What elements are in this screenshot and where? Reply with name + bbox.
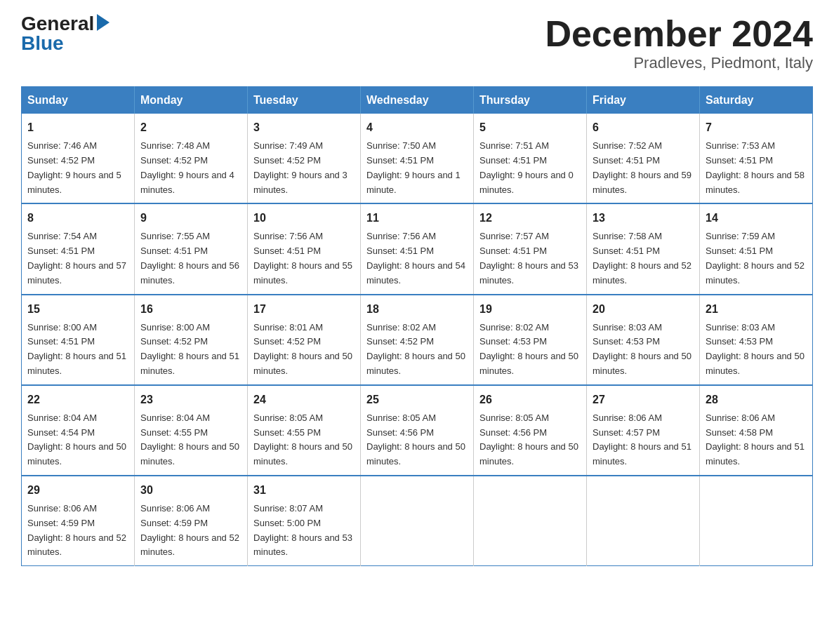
calendar-table: Sunday Monday Tuesday Wednesday Thursday… — [21, 86, 813, 566]
day-info: Sunrise: 8:06 AMSunset: 4:59 PMDaylight:… — [27, 503, 126, 557]
day-info: Sunrise: 7:48 AMSunset: 4:52 PMDaylight:… — [140, 140, 234, 194]
day-number: 6 — [593, 119, 694, 136]
calendar-cell: 24 Sunrise: 8:05 AMSunset: 4:55 PMDaylig… — [248, 385, 361, 476]
logo-arrow-icon — [97, 14, 110, 31]
calendar-cell: 14 Sunrise: 7:59 AMSunset: 4:51 PMDaylig… — [700, 203, 813, 294]
calendar-cell: 13 Sunrise: 7:58 AMSunset: 4:51 PMDaylig… — [587, 203, 700, 294]
day-number: 24 — [253, 391, 355, 408]
calendar-header: Sunday Monday Tuesday Wednesday Thursday… — [22, 87, 813, 114]
day-info: Sunrise: 7:52 AMSunset: 4:51 PMDaylight:… — [593, 140, 691, 194]
logo: General Blue — [21, 14, 110, 53]
calendar-cell: 19 Sunrise: 8:02 AMSunset: 4:53 PMDaylig… — [474, 295, 587, 385]
calendar-cell: 16 Sunrise: 8:00 AMSunset: 4:52 PMDaylig… — [135, 295, 248, 385]
header-tuesday: Tuesday — [248, 87, 361, 114]
day-number: 26 — [479, 391, 581, 408]
day-info: Sunrise: 8:01 AMSunset: 4:52 PMDaylight:… — [253, 322, 352, 376]
header-friday: Friday — [587, 87, 700, 114]
calendar-cell: 7 Sunrise: 7:53 AMSunset: 4:51 PMDayligh… — [700, 114, 813, 203]
day-info: Sunrise: 8:05 AMSunset: 4:56 PMDaylight:… — [366, 412, 465, 467]
day-number: 30 — [140, 482, 241, 499]
day-info: Sunrise: 8:07 AMSunset: 5:00 PMDaylight:… — [253, 503, 352, 557]
calendar-week-row: 8 Sunrise: 7:54 AMSunset: 4:51 PMDayligh… — [22, 203, 813, 294]
calendar-cell: 2 Sunrise: 7:48 AMSunset: 4:52 PMDayligh… — [135, 114, 248, 203]
day-number: 13 — [593, 210, 694, 227]
page-title: December 2024 — [545, 14, 813, 54]
day-number: 11 — [366, 210, 468, 227]
header-wednesday: Wednesday — [361, 87, 474, 114]
day-number: 17 — [253, 301, 355, 318]
calendar-week-row: 15 Sunrise: 8:00 AMSunset: 4:51 PMDaylig… — [22, 295, 813, 385]
calendar-cell: 9 Sunrise: 7:55 AMSunset: 4:51 PMDayligh… — [135, 203, 248, 294]
day-number: 15 — [27, 301, 128, 318]
calendar-cell — [474, 476, 587, 566]
calendar-body: 1 Sunrise: 7:46 AMSunset: 4:52 PMDayligh… — [22, 114, 813, 565]
calendar-cell: 29 Sunrise: 8:06 AMSunset: 4:59 PMDaylig… — [22, 476, 135, 566]
day-number: 2 — [140, 119, 241, 136]
calendar-cell: 21 Sunrise: 8:03 AMSunset: 4:53 PMDaylig… — [700, 295, 813, 385]
day-number: 22 — [27, 391, 128, 408]
day-info: Sunrise: 7:57 AMSunset: 4:51 PMDaylight:… — [479, 231, 578, 285]
day-info: Sunrise: 8:06 AMSunset: 4:58 PMDaylight:… — [706, 412, 805, 467]
day-info: Sunrise: 7:58 AMSunset: 4:51 PMDaylight:… — [593, 231, 691, 285]
day-info: Sunrise: 7:59 AMSunset: 4:51 PMDaylight:… — [706, 231, 805, 285]
calendar-cell — [361, 476, 474, 566]
logo-general-text: General — [21, 14, 94, 34]
page-subtitle: Pradleves, Piedmont, Italy — [545, 54, 813, 72]
calendar-cell: 17 Sunrise: 8:01 AMSunset: 4:52 PMDaylig… — [248, 295, 361, 385]
calendar-cell: 10 Sunrise: 7:56 AMSunset: 4:51 PMDaylig… — [248, 203, 361, 294]
calendar-cell — [587, 476, 700, 566]
calendar-cell: 3 Sunrise: 7:49 AMSunset: 4:52 PMDayligh… — [248, 114, 361, 203]
calendar-cell: 18 Sunrise: 8:02 AMSunset: 4:52 PMDaylig… — [361, 295, 474, 385]
day-number: 28 — [706, 391, 807, 408]
calendar-cell: 4 Sunrise: 7:50 AMSunset: 4:51 PMDayligh… — [361, 114, 474, 203]
calendar-cell: 20 Sunrise: 8:03 AMSunset: 4:53 PMDaylig… — [587, 295, 700, 385]
header-saturday: Saturday — [700, 87, 813, 114]
calendar-cell: 1 Sunrise: 7:46 AMSunset: 4:52 PMDayligh… — [22, 114, 135, 203]
day-number: 29 — [27, 482, 128, 499]
day-number: 23 — [140, 391, 241, 408]
day-number: 10 — [253, 210, 355, 227]
header-thursday: Thursday — [474, 87, 587, 114]
header-monday: Monday — [135, 87, 248, 114]
day-info: Sunrise: 7:56 AMSunset: 4:51 PMDaylight:… — [366, 231, 465, 285]
calendar-cell: 23 Sunrise: 8:04 AMSunset: 4:55 PMDaylig… — [135, 385, 248, 476]
calendar-cell — [700, 476, 813, 566]
calendar-cell: 15 Sunrise: 8:00 AMSunset: 4:51 PMDaylig… — [22, 295, 135, 385]
page-header: General Blue December 2024 Pradleves, Pi… — [21, 14, 813, 72]
day-info: Sunrise: 8:02 AMSunset: 4:52 PMDaylight:… — [366, 322, 465, 376]
day-info: Sunrise: 8:02 AMSunset: 4:53 PMDaylight:… — [479, 322, 578, 376]
day-number: 1 — [27, 119, 128, 136]
day-info: Sunrise: 7:50 AMSunset: 4:51 PMDaylight:… — [366, 140, 461, 194]
calendar-week-row: 22 Sunrise: 8:04 AMSunset: 4:54 PMDaylig… — [22, 385, 813, 476]
day-number: 8 — [27, 210, 128, 227]
day-number: 12 — [479, 210, 581, 227]
day-number: 14 — [706, 210, 807, 227]
calendar-cell: 28 Sunrise: 8:06 AMSunset: 4:58 PMDaylig… — [700, 385, 813, 476]
days-of-week-row: Sunday Monday Tuesday Wednesday Thursday… — [22, 87, 813, 114]
calendar-week-row: 29 Sunrise: 8:06 AMSunset: 4:59 PMDaylig… — [22, 476, 813, 566]
calendar-cell: 22 Sunrise: 8:04 AMSunset: 4:54 PMDaylig… — [22, 385, 135, 476]
calendar-cell: 5 Sunrise: 7:51 AMSunset: 4:51 PMDayligh… — [474, 114, 587, 203]
day-info: Sunrise: 8:03 AMSunset: 4:53 PMDaylight:… — [706, 322, 805, 376]
logo-blue-text: Blue — [21, 34, 64, 53]
day-number: 5 — [479, 119, 581, 136]
day-info: Sunrise: 8:00 AMSunset: 4:51 PMDaylight:… — [27, 322, 126, 376]
day-info: Sunrise: 8:04 AMSunset: 4:55 PMDaylight:… — [140, 412, 239, 467]
day-info: Sunrise: 8:06 AMSunset: 4:59 PMDaylight:… — [140, 503, 239, 557]
day-number: 4 — [366, 119, 468, 136]
day-info: Sunrise: 8:05 AMSunset: 4:55 PMDaylight:… — [253, 412, 352, 467]
day-info: Sunrise: 7:49 AMSunset: 4:52 PMDaylight:… — [253, 140, 348, 194]
day-number: 20 — [593, 301, 694, 318]
calendar-cell: 12 Sunrise: 7:57 AMSunset: 4:51 PMDaylig… — [474, 203, 587, 294]
day-number: 18 — [366, 301, 468, 318]
calendar-cell: 6 Sunrise: 7:52 AMSunset: 4:51 PMDayligh… — [587, 114, 700, 203]
day-number: 31 — [253, 482, 355, 499]
calendar-cell: 25 Sunrise: 8:05 AMSunset: 4:56 PMDaylig… — [361, 385, 474, 476]
calendar-cell: 31 Sunrise: 8:07 AMSunset: 5:00 PMDaylig… — [248, 476, 361, 566]
calendar-cell: 26 Sunrise: 8:05 AMSunset: 4:56 PMDaylig… — [474, 385, 587, 476]
header-sunday: Sunday — [22, 87, 135, 114]
day-info: Sunrise: 8:06 AMSunset: 4:57 PMDaylight:… — [593, 412, 691, 467]
day-number: 9 — [140, 210, 241, 227]
day-number: 21 — [706, 301, 807, 318]
day-info: Sunrise: 7:46 AMSunset: 4:52 PMDaylight:… — [27, 140, 121, 194]
